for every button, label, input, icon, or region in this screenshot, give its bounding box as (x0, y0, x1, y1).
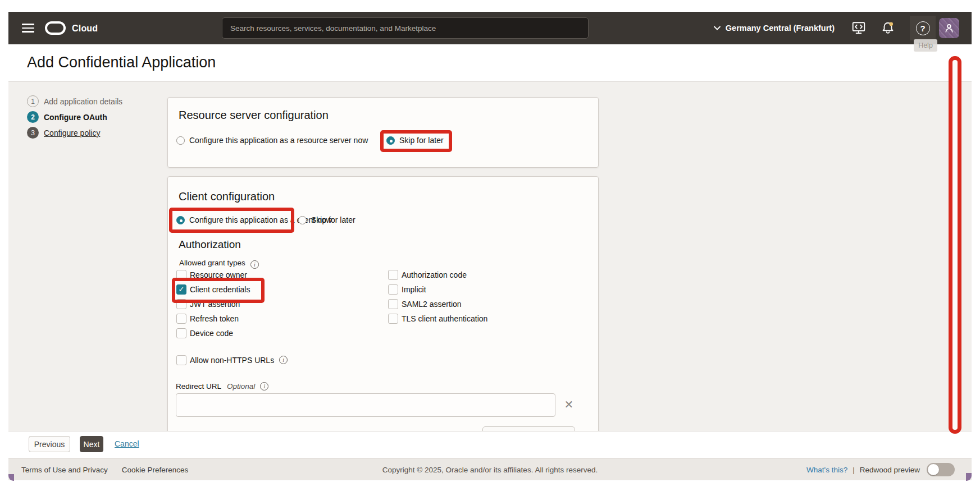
help-button[interactable]: ? (910, 16, 936, 40)
radio-label: Skip for later (311, 215, 355, 224)
grant-jwt-assertion[interactable]: JWT assertion (176, 298, 240, 309)
info-icon[interactable]: i (260, 382, 268, 390)
step-label: Configure OAuth (44, 113, 107, 122)
cancel-link[interactable]: Cancel (115, 439, 139, 448)
grant-device-code[interactable]: Device code (176, 328, 233, 338)
checkbox-unchecked[interactable] (388, 284, 398, 295)
footer-right-cluster: What's this? | Redwood preview (806, 458, 955, 481)
checkbox-unchecked[interactable] (176, 328, 186, 338)
checkbox-label: Resource owner (190, 270, 247, 279)
radio-label: Skip for later (399, 136, 444, 145)
check-icon: ✓ (179, 285, 185, 293)
client-configuration-panel: Client configuration Configure this appl… (167, 176, 599, 431)
topbar: Cloud Germany Central (Frankfurt) (8, 12, 972, 44)
chevron-down-icon[interactable] (713, 24, 722, 33)
checkbox-label: Device code (190, 329, 233, 338)
info-icon[interactable]: i (279, 356, 288, 364)
whats-this-link[interactable]: What's this? (806, 466, 847, 474)
skip-for-later-option[interactable]: Skip for later (386, 136, 444, 145)
checkbox-label: JWT assertion (190, 300, 240, 309)
grant-authorization-code[interactable]: Authorization code (388, 269, 467, 280)
redwood-preview-toggle[interactable] (927, 463, 955, 476)
resource-server-panel: Resource server configuration Configure … (167, 97, 599, 168)
grant-refresh-token[interactable]: Refresh token (176, 313, 239, 324)
wizard-content: 1 Add application details 2 Configure OA… (8, 81, 972, 431)
grant-resource-owner[interactable]: Resource owner (176, 269, 247, 280)
checkbox-unchecked[interactable] (176, 355, 186, 365)
hamburger-menu-icon[interactable] (22, 24, 34, 33)
person-icon (943, 22, 955, 34)
wizard-stepper: 1 Add application details 2 Configure OA… (27, 95, 122, 143)
checkbox-unchecked[interactable] (388, 270, 398, 280)
divider: | (853, 466, 855, 474)
grant-client-credentials[interactable]: ✓ Client credentials (176, 284, 250, 295)
authorization-heading: Authorization (179, 238, 241, 251)
partial-next-field (482, 426, 575, 431)
checkbox-unchecked[interactable] (388, 314, 398, 324)
step-number: 3 (27, 127, 39, 139)
step-add-application-details[interactable]: 1 Add application details (27, 95, 122, 107)
step-number: 1 (27, 95, 39, 107)
grant-saml2-assertion[interactable]: SAML2 assertion (388, 298, 462, 309)
user-avatar[interactable] (939, 18, 959, 38)
checkbox-unchecked[interactable] (176, 314, 186, 324)
redwood-preview-label: Redwood preview (860, 466, 920, 474)
step-configure-policy[interactable]: 3 Configure policy (27, 127, 122, 139)
next-button[interactable]: Next (80, 436, 103, 452)
allow-non-https-row[interactable]: Allow non-HTTPS URLs i (176, 355, 288, 365)
checkbox-label: Implicit (402, 285, 426, 294)
radio-unselected[interactable] (298, 216, 307, 224)
brand-label: Cloud (72, 24, 98, 34)
step-label: Add application details (44, 97, 122, 106)
previous-button[interactable]: Previous (29, 436, 70, 452)
cloud-shell-console-icon[interactable] (851, 21, 866, 35)
step-number: 2 (27, 111, 39, 123)
wizard-button-strip: Previous Next Cancel (8, 431, 972, 458)
step-configure-oauth[interactable]: 2 Configure OAuth (27, 111, 122, 123)
toggle-knob (928, 464, 939, 475)
checkbox-label: Refresh token (190, 314, 239, 323)
checkbox-label: TLS client authentication (402, 314, 487, 323)
info-icon[interactable]: i (250, 260, 259, 269)
search-input[interactable] (222, 17, 589, 39)
notifications-bell-icon[interactable] (881, 21, 895, 35)
checkbox-unchecked[interactable] (176, 270, 186, 280)
region-selector[interactable]: Germany Central (Frankfurt) (726, 24, 835, 33)
redirect-url-label-row: Redirect URL Optional i (176, 382, 268, 390)
oracle-logo-icon[interactable] (45, 21, 66, 35)
step-label: Configure policy (44, 128, 100, 137)
help-icon: ? (916, 21, 930, 35)
allowed-grant-types-label: Allowed grant types (179, 259, 245, 267)
help-tooltip: Help (914, 39, 937, 52)
radio-label: Configure this application as a resource… (189, 136, 368, 145)
radio-selected[interactable] (176, 216, 185, 224)
clear-field-icon[interactable]: ✕ (562, 397, 576, 412)
checkbox-unchecked[interactable] (388, 299, 398, 309)
page-title: Add Confidential Application (27, 54, 216, 71)
radio-selected[interactable] (386, 136, 395, 145)
checkbox-label: Client credentials (190, 285, 250, 294)
checkbox-label: SAML2 assertion (402, 300, 462, 309)
oracle-cloud-console: Cloud Germany Central (Frankfurt) (0, 0, 980, 487)
resource-server-now-option[interactable]: Configure this application as a resource… (176, 136, 368, 145)
checkbox-unchecked[interactable] (176, 299, 186, 309)
title-bar: Add Confidential Application (8, 44, 972, 81)
checkbox-label: Allow non-HTTPS URLs (190, 356, 274, 365)
panel-title: Client configuration (179, 190, 275, 203)
footer: Terms of Use and Privacy Cookie Preferen… (8, 458, 972, 480)
panel-title: Resource server configuration (179, 109, 329, 122)
client-skip-option[interactable]: Skip for later (298, 215, 355, 224)
allowed-grant-types-row: Allowed grant typesi (179, 258, 259, 269)
redirect-url-label: Redirect URL (176, 382, 221, 390)
grant-implicit[interactable]: Implicit (388, 284, 426, 295)
grant-tls-client-authentication[interactable]: TLS client authentication (388, 313, 487, 324)
checkbox-checked[interactable]: ✓ (176, 284, 186, 295)
redirect-url-input[interactable] (176, 393, 555, 417)
checkbox-label: Authorization code (402, 270, 467, 279)
optional-label: Optional (227, 382, 255, 390)
radio-unselected[interactable] (176, 136, 185, 145)
